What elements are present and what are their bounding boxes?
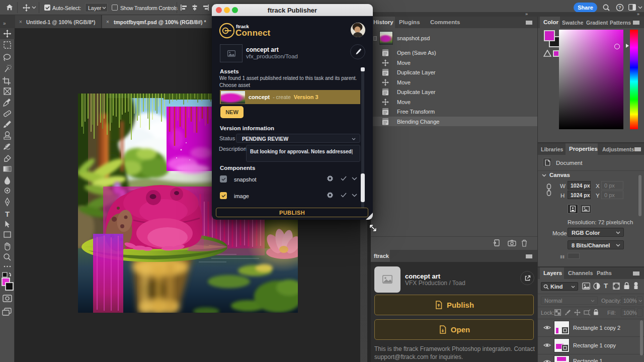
svg-text:?: ? [618, 5, 621, 10]
svg-text:T: T [5, 210, 10, 218]
